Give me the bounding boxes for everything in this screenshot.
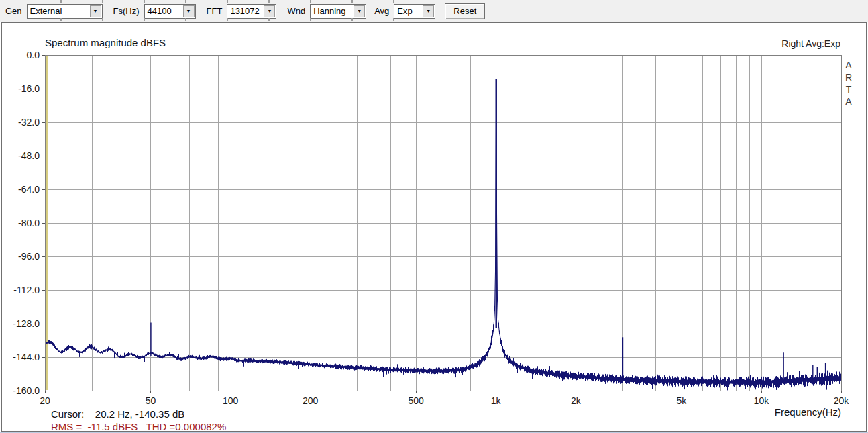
x-tick-label: 200	[303, 395, 319, 406]
y-tick-label: -80.0	[18, 218, 40, 228]
spectrum-panel: Spectrum magnitude dBFS Right Avg:Exp AR…	[1, 22, 867, 432]
fft-combo-value: 131072	[227, 6, 259, 16]
avg-combo[interactable]: Exp ▼	[394, 4, 435, 19]
y-tick-label: -64.0	[18, 184, 40, 195]
x-tick-label: 1k	[491, 395, 502, 406]
spectrum-noise-band	[46, 119, 842, 391]
fs-combo-value: 44100	[145, 6, 172, 16]
fft-label: FFT	[207, 6, 223, 16]
wnd-combo-arrow-icon[interactable]: ▼	[354, 5, 365, 17]
avg-combo-arrow-icon[interactable]: ▼	[423, 5, 434, 17]
x-tick-label: 5k	[676, 395, 687, 406]
y-tick-label: -16.0	[18, 83, 40, 94]
wnd-combo-value: Hanning	[311, 6, 345, 16]
spectrum-plot[interactable]: 0.0-16.0-32.0-48.0-64.0-80.0-96.0-112.0-…	[2, 23, 866, 426]
y-tick-label: -96.0	[18, 251, 40, 262]
y-tick-label: 0.0	[27, 50, 40, 60]
rms-thd-readout: RMS = -11.5 dBFS THD =0.000082%	[51, 421, 226, 432]
y-tick-label: -144.0	[13, 352, 40, 363]
toolbar-top-ticks	[20, 0, 409, 3]
fft-combo[interactable]: 131072 ▼	[227, 4, 276, 19]
x-tick-label: 500	[408, 395, 424, 406]
fs-combo-arrow-icon[interactable]: ▼	[183, 5, 195, 17]
x-tick-label: 10k	[754, 395, 770, 406]
x-tick-label: 20	[40, 395, 50, 406]
x-tick-label: 20k	[834, 395, 850, 406]
y-tick-label: -160.0	[13, 385, 40, 396]
gen-label: Gen	[5, 6, 22, 16]
fft-combo-arrow-icon[interactable]: ▼	[264, 5, 275, 17]
x-axis-title: Frequency(Hz)	[775, 406, 841, 418]
fs-label: Fs(Hz)	[113, 6, 140, 16]
avg-label: Avg	[374, 6, 389, 16]
toolbar-bottom-ticks	[20, 18, 409, 21]
reset-button[interactable]: Reset	[445, 3, 485, 19]
y-tick-label: -32.0	[18, 117, 40, 128]
gen-combo-arrow-icon[interactable]: ▼	[90, 5, 101, 17]
x-tick-label: 2k	[571, 395, 582, 406]
wnd-label: Wnd	[287, 6, 305, 16]
avg-combo-value: Exp	[394, 6, 412, 16]
y-tick-label: -48.0	[18, 150, 40, 161]
gen-combo[interactable]: External ▼	[27, 4, 103, 19]
toolbar: Gen External ▼ Fs(Hz) 44100 ▼ FFT 131072…	[0, 0, 868, 22]
fs-combo[interactable]: 44100 ▼	[144, 4, 196, 19]
x-tick-label: 100	[223, 395, 239, 406]
cursor-readout: Cursor: 20.2 Hz, -140.35 dB	[51, 408, 184, 420]
spectrum-trace	[46, 119, 842, 385]
y-tick-label: -112.0	[13, 285, 40, 295]
gen-combo-value: External	[28, 6, 62, 16]
x-tick-label: 50	[146, 395, 156, 406]
y-tick-label: -128.0	[13, 318, 40, 329]
wnd-combo[interactable]: Hanning ▼	[310, 4, 366, 19]
